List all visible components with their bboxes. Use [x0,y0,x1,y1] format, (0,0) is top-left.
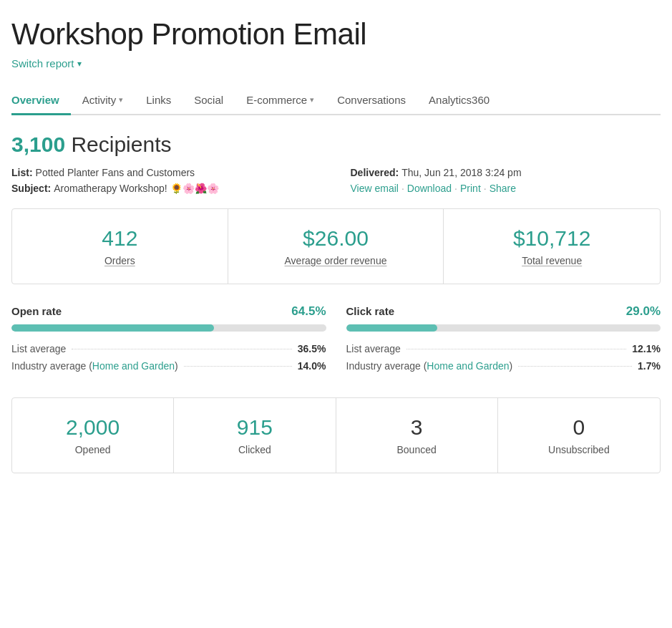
chevron-down-icon: ▾ [77,59,82,69]
bottom-stat-2: 3 Bounced [336,398,498,473]
recipients-label: Recipients [71,132,171,156]
share-link[interactable]: Share [490,183,516,194]
rate-bar-bg-1 [346,324,661,332]
subject-meta: Subject: Aromatherapy Workshop! 🌻🌸🌺🌸 [11,183,322,194]
rate-avg-dotted-1-0 [406,349,627,349]
stat-cards: 412 Orders $26.00 Average order revenue … [11,208,661,284]
view-email-link[interactable]: View email [351,183,399,194]
stat-card-label-1: Average order revenue [240,255,432,266]
tab-overview[interactable]: Overview [11,87,71,115]
download-link[interactable]: Download [407,183,452,194]
rate-value-1: 29.0% [626,304,661,319]
rate-bar-bg-0 [11,324,326,332]
stat-card-value-2: $10,712 [455,226,648,251]
tab-conversations[interactable]: Conversations [326,87,417,115]
bottom-stat-1: 915 Clicked [174,398,336,473]
bottom-stat-label-2: Bounced [348,444,486,455]
sep2: · [454,183,457,194]
meta-grid: List: Potted Planter Fans and Customers … [11,167,661,194]
rate-avg-row-0-1: Industry average (Home and Garden) 14.0% [11,360,326,372]
tab-links[interactable]: Links [135,87,182,115]
rate-avg-value-1-0: 12.1% [632,343,661,354]
stat-card-label-2: Total revenue [455,255,648,266]
bottom-stat-value-1: 915 [185,415,323,440]
email-actions: View email · Download · Print · Share [351,183,661,194]
rate-avg-row-0-0: List average 36.5% [11,343,326,354]
chevron-down-icon: ▾ [119,95,123,105]
stat-card-value-0: 412 [24,226,216,251]
sep3: · [484,183,487,194]
stat-card-label-0: Orders [24,255,216,266]
rate-avg-row-1-0: List average 12.1% [346,343,661,354]
rate-header-1: Click rate 29.0% [346,304,661,319]
nav-tabs: OverviewActivity▾LinksSocialE-commerce▾C… [11,87,661,115]
rate-avg-row-1-1: Industry average (Home and Garden) 1.7% [346,360,661,372]
recipients-count: 3,100 [11,132,65,156]
rate-header-0: Open rate 64.5% [11,304,326,319]
bottom-stat-label-3: Unsubscribed [510,444,648,455]
rate-avg-value-0-0: 36.5% [298,343,326,354]
subject-value: Aromatherapy Workshop! 🌻🌸🌺🌸 [54,183,218,194]
tab-ecommerce[interactable]: E-commerce▾ [235,87,326,115]
rate-bar-fill-1 [346,324,437,332]
delivered-meta: Delivered: Thu, Jun 21, 2018 3:24 pm [351,167,661,178]
rate-averages-0: List average 36.5% Industry average (Hom… [11,343,326,372]
bottom-stat-3: 0 Unsubscribed [498,398,660,473]
rate-value-0: 64.5% [291,304,326,319]
delivered-value: Thu, Jun 21, 2018 3:24 pm [401,167,521,178]
bottom-stat-value-2: 3 [348,415,486,440]
recipients-heading: 3,100 Recipients [11,132,661,157]
subject-label: Subject: [11,183,51,194]
tab-activity[interactable]: Activity▾ [71,87,135,115]
rate-avg-dotted-0-1 [184,366,292,367]
recipients-section: 3,100 Recipients List: Potted Planter Fa… [11,132,661,194]
rate-avg-label-1-0: List average [346,343,401,354]
rate-avg-label-0-0: List average [11,343,66,354]
rate-avg-value-1-1: 1.7% [638,360,661,372]
page-title: Workshop Promotion Email [11,17,661,52]
rates-section: Open rate 64.5% List average 36.5% Indus… [11,304,661,377]
stat-card-1: $26.00 Average order revenue [228,209,444,284]
rate-avg-label-0-1: Industry average (Home and Garden) [11,360,178,372]
sep1: · [401,183,404,194]
list-value: Potted Planter Fans and Customers [36,167,195,178]
bottom-stat-0: 2,000 Opened [12,398,174,473]
industry-link-1-1[interactable]: Home and Garden [427,360,509,372]
delivered-label: Delivered: [351,167,399,178]
tab-social[interactable]: Social [182,87,235,115]
switch-report-label: Switch report [11,57,74,69]
print-link[interactable]: Print [460,183,481,194]
tab-analytics360[interactable]: Analytics360 [417,87,501,115]
bottom-stat-label-0: Opened [24,444,162,455]
rate-label-1: Click rate [346,305,395,317]
rate-block-0: Open rate 64.5% List average 36.5% Indus… [11,304,326,377]
stat-card-2: $10,712 Total revenue [444,209,660,284]
rate-averages-1: List average 12.1% Industry average (Hom… [346,343,661,372]
bottom-stat-value-0: 2,000 [24,415,162,440]
rate-avg-dotted-0-0 [72,349,292,349]
rate-block-1: Click rate 29.0% List average 12.1% Indu… [346,304,661,377]
rate-avg-value-0-1: 14.0% [298,360,326,372]
rate-avg-dotted-1-1 [518,366,632,367]
rate-label-0: Open rate [11,305,62,317]
industry-link-0-1[interactable]: Home and Garden [92,360,175,372]
rate-bar-fill-0 [11,324,214,332]
stat-card-value-1: $26.00 [240,226,432,251]
chevron-down-icon: ▾ [310,95,314,105]
stat-card-0: 412 Orders [12,209,228,284]
switch-report-link[interactable]: Switch report ▾ [11,57,82,69]
bottom-stat-value-3: 0 [510,415,648,440]
bottom-stat-label-1: Clicked [185,444,323,455]
bottom-stats: 2,000 Opened 915 Clicked 3 Bounced 0 Uns… [11,397,661,473]
list-label: List: [11,167,33,178]
rate-avg-label-1-1: Industry average (Home and Garden) [346,360,513,372]
list-meta: List: Potted Planter Fans and Customers [11,167,322,178]
